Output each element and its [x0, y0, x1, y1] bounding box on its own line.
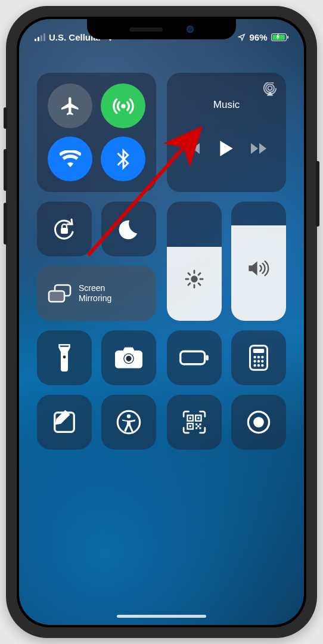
- svg-point-2: [266, 84, 274, 92]
- battery-icon: [271, 33, 289, 41]
- notes-button[interactable]: [37, 395, 92, 450]
- svg-rect-33: [195, 423, 197, 425]
- brightness-slider[interactable]: [167, 202, 222, 321]
- volume-up-button: [4, 149, 7, 191]
- svg-point-15: [253, 356, 256, 358]
- screen-mirroring-icon: [48, 283, 72, 304]
- screen-record-button[interactable]: [231, 395, 286, 450]
- cellular-data-toggle[interactable]: [101, 83, 145, 128]
- wifi-icon: [60, 150, 81, 168]
- airplay-icon[interactable]: [262, 82, 278, 97]
- svg-rect-31: [197, 417, 199, 419]
- wifi-toggle[interactable]: [48, 137, 92, 181]
- svg-point-19: [257, 360, 260, 363]
- svg-rect-34: [199, 423, 201, 425]
- svg-point-1: [268, 86, 272, 90]
- side-button: [316, 161, 319, 227]
- earpiece: [129, 27, 163, 32]
- rotation-lock-icon: [50, 215, 79, 243]
- flashlight-icon: [57, 344, 72, 371]
- cellular-icon: [111, 94, 135, 118]
- moon-icon: [117, 217, 141, 241]
- do-not-disturb-toggle[interactable]: [101, 202, 156, 256]
- home-indicator[interactable]: [117, 615, 206, 618]
- accessibility-button[interactable]: [101, 395, 156, 450]
- volume-down-button: [4, 203, 7, 244]
- svg-rect-37: [199, 427, 201, 429]
- screen-mirroring-label: Screen Mirroring: [79, 283, 111, 304]
- location-icon: [238, 33, 246, 41]
- svg-rect-6: [49, 291, 64, 302]
- calculator-icon: [249, 345, 269, 371]
- bluetooth-toggle[interactable]: [101, 137, 145, 181]
- svg-rect-30: [190, 417, 191, 419]
- svg-rect-11: [181, 351, 205, 364]
- music-title-label: Music: [175, 99, 278, 111]
- camera-icon: [115, 346, 142, 369]
- status-right: 96%: [238, 32, 288, 42]
- mute-switch: [4, 107, 7, 129]
- calculator-button[interactable]: [231, 330, 286, 385]
- battery-pct-label: 96%: [249, 32, 267, 42]
- camera-button[interactable]: [101, 330, 156, 385]
- screen: U.S. Cellular 96%: [19, 19, 304, 625]
- control-center: Music: [37, 73, 286, 607]
- battery-outline-icon: [179, 350, 209, 366]
- svg-point-21: [253, 364, 256, 367]
- airplane-icon: [60, 95, 81, 117]
- svg-rect-36: [195, 427, 197, 429]
- svg-rect-14: [253, 349, 265, 353]
- svg-point-0: [121, 104, 125, 108]
- iphone-frame: U.S. Cellular 96%: [6, 6, 317, 638]
- svg-point-16: [257, 356, 260, 358]
- front-camera: [187, 26, 194, 33]
- svg-point-26: [127, 414, 131, 419]
- connectivity-tile[interactable]: [37, 73, 156, 192]
- qr-icon: [182, 410, 207, 435]
- music-tile[interactable]: Music: [167, 73, 286, 192]
- svg-point-23: [261, 364, 263, 367]
- svg-point-17: [261, 356, 263, 358]
- low-power-mode-button[interactable]: [167, 330, 222, 385]
- airplane-mode-toggle[interactable]: [48, 83, 92, 128]
- next-track-button[interactable]: [251, 142, 269, 155]
- svg-point-39: [253, 417, 264, 428]
- cell-signal-icon: [35, 33, 45, 41]
- svg-rect-32: [190, 425, 191, 427]
- screen-bezel: U.S. Cellular 96%: [17, 17, 306, 627]
- brightness-icon: [184, 269, 204, 289]
- record-icon: [246, 409, 272, 435]
- svg-rect-4: [61, 228, 68, 234]
- screen-mirroring-button[interactable]: Screen Mirroring: [37, 266, 156, 321]
- volume-icon: [247, 259, 270, 277]
- flashlight-button[interactable]: [37, 330, 92, 385]
- previous-track-button[interactable]: [184, 142, 202, 155]
- svg-point-18: [253, 360, 256, 363]
- qr-scanner-button[interactable]: [167, 395, 222, 450]
- svg-point-20: [261, 360, 263, 363]
- svg-rect-12: [206, 355, 209, 360]
- bluetooth-icon: [116, 148, 131, 170]
- notch: [87, 19, 236, 39]
- svg-point-7: [191, 275, 197, 282]
- notes-icon: [52, 410, 76, 434]
- volume-slider[interactable]: [231, 202, 286, 321]
- rotation-lock-toggle[interactable]: [37, 202, 92, 256]
- svg-point-22: [257, 364, 260, 367]
- svg-rect-35: [197, 425, 199, 427]
- play-button[interactable]: [220, 141, 233, 156]
- svg-point-8: [63, 355, 66, 358]
- accessibility-icon: [116, 409, 142, 435]
